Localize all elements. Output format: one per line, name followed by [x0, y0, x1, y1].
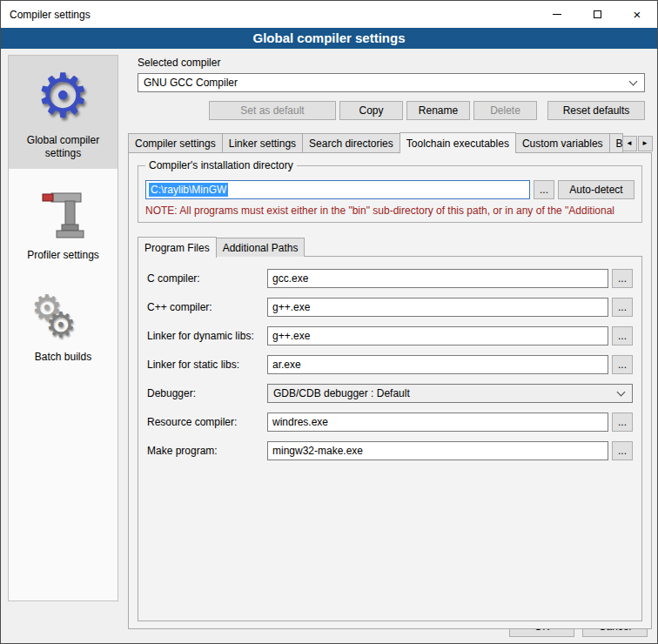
static-linker-input[interactable] — [267, 355, 608, 374]
delete-button[interactable]: Delete — [473, 101, 537, 120]
tab-scroll-left-button[interactable]: ◄ — [622, 136, 637, 151]
selected-compiler-label: Selected compiler — [138, 57, 652, 69]
static-linker-label: Linker for static libs: — [147, 359, 267, 371]
window-title: Compiler settings — [1, 9, 537, 21]
field-row-dynamic-linker: Linker for dynamic libs: ... — [147, 326, 633, 345]
gray-gears-icon: ⚙ ⚙ — [10, 290, 116, 345]
page-title: Global compiler settings — [1, 28, 657, 49]
maximize-button[interactable] — [577, 1, 617, 28]
sidebar-item-label: Profiler settings — [10, 249, 116, 262]
dynamic-linker-input[interactable] — [267, 326, 608, 345]
c-compiler-label: C compiler: — [147, 272, 267, 285]
selected-compiler-dropdown[interactable]: GNU GCC Compiler — [138, 73, 645, 92]
cpp-compiler-browse-button[interactable]: ... — [612, 298, 633, 317]
install-dir-browse-button[interactable]: ... — [534, 180, 554, 199]
tab-scroll-right-button[interactable]: ► — [638, 136, 653, 151]
installation-directory-group-title: Compiler's installation directory — [145, 159, 297, 171]
cpp-compiler-input[interactable] — [267, 298, 608, 317]
field-row-resource-compiler: Resource compiler: ... — [147, 413, 633, 432]
toolchain-executables-panel: Compiler's installation directory C:\ray… — [128, 152, 652, 629]
sidebar-item-profiler-settings[interactable]: Profiler settings — [9, 181, 118, 271]
dynamic-linker-label: Linker for dynamic libs: — [147, 330, 267, 342]
copy-button[interactable]: Copy — [339, 101, 403, 120]
sidebar-item-global-compiler-settings[interactable]: ⚙ Global compiler settings — [9, 56, 118, 169]
sidebar-item-label: Global compiler settings — [10, 134, 116, 160]
bin-subdirectory-note: NOTE: All programs must exist either in … — [145, 205, 634, 217]
make-program-browse-button[interactable]: ... — [612, 441, 633, 460]
sidebar-item-batch-builds[interactable]: ⚙ ⚙ Batch builds — [9, 283, 118, 372]
debugger-label: Debugger: — [147, 387, 267, 399]
install-dir-value: C:\raylib\MinGW — [149, 183, 228, 197]
chevron-down-icon — [629, 77, 638, 85]
dynamic-linker-browse-button[interactable]: ... — [612, 326, 633, 345]
installation-directory-group: Compiler's installation directory C:\ray… — [138, 165, 642, 223]
set-as-default-button[interactable]: Set as default — [209, 101, 336, 120]
field-row-cpp-compiler: C++ compiler: ... — [147, 298, 633, 317]
tab-toolchain-executables[interactable]: Toolchain executables — [400, 132, 516, 153]
field-row-debugger: Debugger: GDB/CDB debugger : Default — [147, 384, 633, 403]
autodetect-button[interactable]: Auto-detect — [558, 180, 634, 199]
blue-gear-icon: ⚙ — [36, 65, 91, 126]
tab-linker-settings[interactable]: Linker settings — [222, 133, 303, 152]
make-program-label: Make program: — [147, 445, 267, 457]
tab-custom-variables[interactable]: Custom variables — [515, 133, 610, 152]
resource-compiler-input[interactable] — [267, 413, 608, 432]
debugger-dropdown[interactable]: GDB/CDB debugger : Default — [267, 384, 633, 403]
compiler-settings-dialog: Compiler settings × Global compiler sett… — [0, 0, 658, 644]
settings-category-sidebar: ⚙ Global compiler settings Profiler sett… — [8, 55, 118, 601]
titlebar[interactable]: Compiler settings × — [1, 1, 657, 28]
gear-icon: ⚙ — [45, 307, 77, 342]
main-panel: Selected compiler GNU GCC Compiler Set a… — [127, 53, 652, 610]
left-arrow-icon: ◄ — [626, 139, 633, 147]
tab-additional-paths[interactable]: Additional Paths — [216, 238, 306, 257]
program-files-tabbar: Program Files Additional Paths — [138, 237, 642, 257]
maximize-icon — [594, 10, 601, 18]
chevron-down-icon — [617, 387, 626, 396]
minimize-button[interactable] — [537, 1, 577, 28]
debugger-value: GDB/CDB debugger : Default — [273, 387, 613, 399]
profiler-clamp-icon — [39, 190, 88, 242]
program-files-panel: C compiler: ... C++ compiler: ... Linker… — [138, 256, 642, 621]
right-arrow-icon: ► — [641, 139, 648, 147]
minimize-icon — [553, 14, 561, 15]
close-button[interactable]: × — [617, 1, 657, 28]
selected-compiler-value: GNU GCC Compiler — [144, 77, 625, 89]
resource-compiler-browse-button[interactable]: ... — [612, 413, 633, 432]
tab-search-directories[interactable]: Search directories — [302, 133, 400, 152]
tab-build-options[interactable]: Builc — [609, 133, 623, 152]
cpp-compiler-label: C++ compiler: — [147, 301, 267, 313]
tab-program-files[interactable]: Program Files — [138, 237, 217, 258]
sidebar-item-label: Batch builds — [10, 351, 116, 364]
reset-defaults-button[interactable]: Reset defaults — [547, 101, 645, 120]
close-icon: × — [634, 8, 641, 21]
install-dir-input[interactable]: C:\raylib\MinGW — [145, 180, 530, 199]
c-compiler-input[interactable] — [267, 269, 608, 288]
tab-compiler-settings[interactable]: Compiler settings — [128, 133, 223, 152]
field-row-make-program: Make program: ... — [147, 441, 633, 460]
field-row-static-linker: Linker for static libs: ... — [147, 355, 633, 374]
rename-button[interactable]: Rename — [406, 101, 470, 120]
field-row-c-compiler: C compiler: ... — [147, 269, 633, 288]
settings-tabbar: Compiler settings Linker settings Search… — [128, 132, 652, 152]
resource-compiler-label: Resource compiler: — [147, 416, 267, 428]
static-linker-browse-button[interactable]: ... — [612, 355, 633, 374]
c-compiler-browse-button[interactable]: ... — [612, 269, 633, 288]
make-program-input[interactable] — [267, 441, 608, 460]
